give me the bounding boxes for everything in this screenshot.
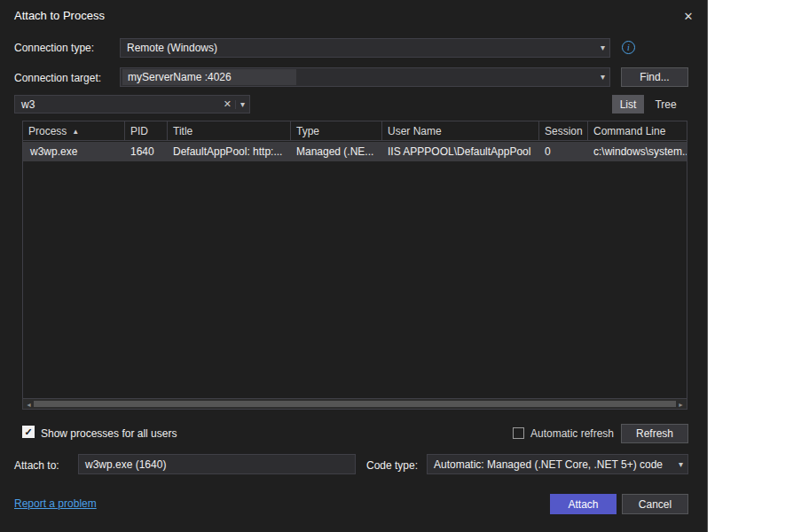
dialog-title: Attach to Process xyxy=(14,9,105,22)
chevron-down-icon[interactable]: ▾ xyxy=(235,100,245,109)
process-filter-input[interactable]: w3 ✕ ▾ xyxy=(14,95,250,113)
attach-to-process-dialog: Attach to Process ✕ Connection type: Rem… xyxy=(0,0,708,532)
close-icon[interactable]: ✕ xyxy=(678,6,699,26)
column-header-title[interactable]: Title xyxy=(168,121,291,141)
column-header-process[interactable]: Process ▲ xyxy=(23,121,125,141)
refresh-button[interactable]: Refresh xyxy=(621,424,688,443)
cell-username: IIS APPPOOL\DefaultAppPool xyxy=(382,142,539,161)
attach-to-field[interactable]: w3wp.exe (1640) xyxy=(78,454,356,474)
report-a-problem-link[interactable]: Report a problem xyxy=(14,497,97,510)
cell-pid: 1640 xyxy=(125,142,168,161)
info-icon[interactable]: i xyxy=(622,41,635,54)
horizontal-scrollbar[interactable]: ◄ ► xyxy=(23,398,687,409)
attach-to-label: Attach to: xyxy=(14,459,59,472)
automatic-refresh-checkbox[interactable] xyxy=(513,427,524,439)
process-table-header: Process ▲ PID Title Type User Name Sessi… xyxy=(23,121,687,141)
column-header-session[interactable]: Session xyxy=(539,121,588,141)
table-row[interactable]: w3wp.exe 1640 DefaultAppPool: http:... M… xyxy=(23,142,687,161)
automatic-refresh-label[interactable]: Automatic refresh xyxy=(530,427,614,440)
show-all-users-label[interactable]: Show processes for all users xyxy=(41,427,177,440)
connection-type-value: Remote (Windows) xyxy=(127,42,217,54)
code-type-value: Automatic: Managed (.NET Core, .NET 5+) … xyxy=(434,458,663,471)
code-type-label: Code type: xyxy=(366,459,418,472)
chevron-down-icon[interactable]: ▾ xyxy=(601,73,605,82)
column-header-commandline[interactable]: Command Line xyxy=(588,121,687,141)
scroll-right-icon[interactable]: ► xyxy=(676,400,686,409)
find-button[interactable]: Find... xyxy=(621,67,688,87)
scrollbar-thumb[interactable] xyxy=(34,401,676,407)
list-view-button[interactable]: List xyxy=(612,95,644,113)
tree-view-button[interactable]: Tree xyxy=(649,95,682,113)
check-icon: ✓ xyxy=(24,426,32,438)
cell-type: Managed (.NE... xyxy=(291,142,382,161)
clear-filter-icon[interactable]: ✕ xyxy=(224,98,232,110)
column-header-type[interactable]: Type xyxy=(291,121,382,141)
cell-title: DefaultAppPool: http:... xyxy=(168,142,291,161)
connection-target-label: Connection target: xyxy=(14,72,101,84)
show-all-users-checkbox[interactable]: ✓ xyxy=(22,426,35,438)
process-table: Process ▲ PID Title Type User Name Sessi… xyxy=(22,121,687,410)
column-header-pid[interactable]: PID xyxy=(125,121,168,141)
connection-target-value: myServerName :4026 xyxy=(122,69,296,85)
cell-session: 0 xyxy=(539,142,588,161)
connection-type-combobox[interactable]: Remote (Windows) ▾ xyxy=(120,38,610,58)
chevron-down-icon[interactable]: ▾ xyxy=(601,43,605,52)
attach-button[interactable]: Attach xyxy=(550,494,617,514)
screen: Attach to Process ✕ Connection type: Rem… xyxy=(0,0,809,532)
connection-type-label: Connection type: xyxy=(14,42,94,54)
sort-ascending-icon: ▲ xyxy=(72,128,79,136)
column-header-username[interactable]: User Name xyxy=(382,121,539,141)
connection-target-combobox[interactable]: myServerName :4026 ▾ xyxy=(120,67,610,87)
scroll-left-icon[interactable]: ◄ xyxy=(24,400,34,409)
filter-value: w3 xyxy=(21,98,35,111)
code-type-combobox[interactable]: Automatic: Managed (.NET Core, .NET 5+) … xyxy=(427,454,688,474)
cell-commandline: c:\windows\system... xyxy=(588,142,687,161)
cell-process: w3wp.exe xyxy=(23,142,125,161)
cancel-button[interactable]: Cancel xyxy=(622,494,688,514)
chevron-down-icon[interactable]: ▾ xyxy=(679,460,683,469)
